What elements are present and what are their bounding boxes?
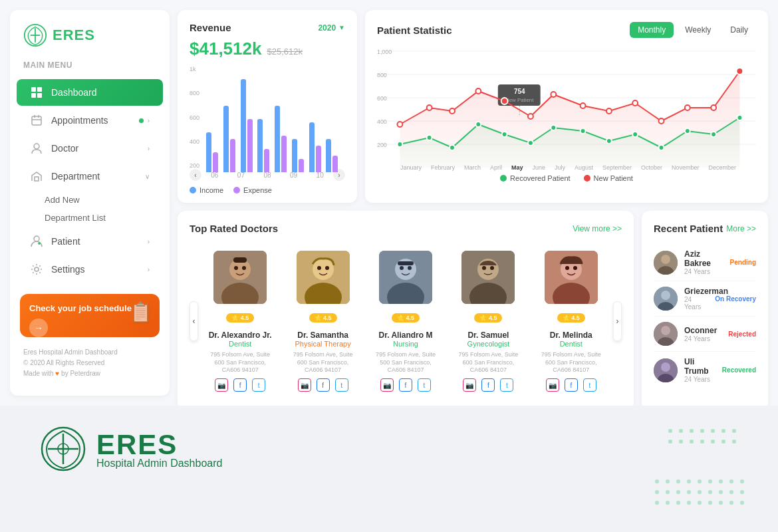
svg-point-110 <box>698 479 702 483</box>
recovered-label: Recovered Patient <box>510 174 571 182</box>
expense-label: Expense <box>243 186 272 194</box>
settings-icon <box>30 263 43 276</box>
recent-header: Recent Patient More >> <box>654 223 756 234</box>
svg-text:600: 600 <box>377 95 387 102</box>
sub-nav-dept-list[interactable]: Department List <box>45 209 170 227</box>
patient-stat-card: Patient Statistic Monthly Weekly Daily <box>365 10 768 203</box>
footer-logo-icon <box>40 426 86 472</box>
facebook-icon-5[interactable]: f <box>565 378 578 392</box>
tab-monthly[interactable]: Monthly <box>630 22 674 38</box>
doctors-next-btn[interactable]: › <box>613 301 622 341</box>
doctor-social-5: 📷 f t <box>537 378 606 392</box>
svg-point-23 <box>397 122 402 127</box>
bar-expense-1 <box>213 152 218 172</box>
svg-point-28 <box>528 114 533 119</box>
sidebar: ERES Main Menu Dashboard Appointments <box>10 10 170 396</box>
bar-group-3 <box>241 79 257 172</box>
facebook-icon-2[interactable]: f <box>317 378 330 392</box>
tab-weekly[interactable]: Weekly <box>677 22 719 38</box>
sidebar-item-dashboard[interactable]: Dashboard <box>17 79 163 106</box>
bar-group-8 <box>326 139 342 172</box>
twitter-icon-4[interactable]: t <box>500 378 513 392</box>
doctor-avatar-img-5 <box>545 251 598 304</box>
patient-age-1: 24 Years <box>684 268 723 275</box>
line-chart-container: 1,000 800 600 400 200 <box>377 45 756 168</box>
sub-nav-add-new[interactable]: Add New <box>45 191 170 209</box>
instagram-icon-5[interactable]: 📷 <box>546 378 559 392</box>
patient-avatar-img-4 <box>654 358 678 382</box>
svg-rect-56 <box>233 257 247 263</box>
check-job-button[interactable]: Check your job schedule → 📋 <box>20 294 160 337</box>
doctor-card-1: ⭐ 4.5 Dr. Alexandro Jr. Dentist 795 Fols… <box>202 244 278 398</box>
department-icon <box>30 170 43 183</box>
sidebar-item-settings[interactable]: Settings › <box>17 256 163 283</box>
svg-point-128 <box>698 501 702 505</box>
recent-more-link[interactable]: More >> <box>726 224 756 233</box>
expense-dot <box>233 187 240 194</box>
patient-avatar-4 <box>654 358 678 382</box>
svg-point-127 <box>687 501 691 505</box>
sidebar-item-patient[interactable]: Patient › <box>17 228 163 255</box>
twitter-icon-5[interactable]: t <box>583 378 596 392</box>
svg-point-114 <box>740 479 744 483</box>
view-more-link[interactable]: View more >> <box>573 224 622 233</box>
sidebar-item-appointments[interactable]: Appointments › <box>17 107 163 134</box>
svg-point-98 <box>732 429 736 433</box>
facebook-icon-3[interactable]: f <box>399 378 412 392</box>
doctors-prev-btn[interactable]: ‹ <box>190 301 198 341</box>
patient-item-3: Oconner 24 Years Rejected <box>654 317 756 352</box>
bar-expense-7 <box>316 146 321 172</box>
svg-point-120 <box>708 490 712 494</box>
svg-point-100 <box>679 440 683 444</box>
instagram-icon-4[interactable]: 📷 <box>463 378 476 392</box>
year-dropdown-icon: ▼ <box>338 24 345 31</box>
twitter-icon-1[interactable]: t <box>252 378 265 392</box>
instagram-icon-1[interactable]: 📷 <box>215 378 228 392</box>
twitter-icon-2[interactable]: t <box>335 378 348 392</box>
svg-point-131 <box>729 501 733 505</box>
svg-point-47 <box>659 145 664 150</box>
footer-line3: Made with ♥ by Peterdraw <box>23 368 156 379</box>
svg-point-39 <box>450 145 455 150</box>
svg-point-107 <box>666 479 670 483</box>
bar-income-8 <box>326 139 331 172</box>
main-content: Revenue 2020 ▼ $41,512k $25,612k 1k <box>178 10 768 396</box>
svg-point-36 <box>737 68 743 74</box>
svg-rect-4 <box>37 93 42 98</box>
facebook-icon-4[interactable]: f <box>481 378 495 392</box>
revenue-amount: $41,512k <box>190 39 261 59</box>
svg-point-82 <box>661 291 670 300</box>
twitter-icon-3[interactable]: t <box>418 378 431 392</box>
stat-header: Patient Statistic Monthly Weekly Daily <box>377 22 756 38</box>
instagram-icon-3[interactable]: 📷 <box>380 378 394 392</box>
bar-group-5 <box>275 106 291 172</box>
patient-info-4: Uli Trumb 24 Years <box>684 357 715 383</box>
svg-point-58 <box>313 259 334 280</box>
stat-title: Patient Statistic <box>377 25 452 36</box>
svg-text:400: 400 <box>377 118 387 125</box>
bar-income-2 <box>223 106 229 172</box>
doctor-avatar-5 <box>545 251 598 304</box>
svg-text:New Patient: New Patient <box>505 97 534 103</box>
sidebar-item-department[interactable]: Department ∨ <box>17 163 163 190</box>
chart-prev-arrow[interactable]: ‹ <box>190 169 201 181</box>
svg-point-88 <box>661 362 670 372</box>
svg-point-111 <box>708 479 712 483</box>
tab-daily[interactable]: Daily <box>722 22 756 38</box>
svg-point-25 <box>450 108 455 114</box>
revenue-header: Revenue 2020 ▼ <box>190 22 345 33</box>
revenue-title: Revenue <box>190 22 231 33</box>
svg-point-60 <box>317 266 321 270</box>
year-badge[interactable]: 2020 ▼ <box>318 23 345 33</box>
doctor-avatar-3 <box>379 251 432 304</box>
svg-text:1,000: 1,000 <box>377 49 392 55</box>
doctor-social-1: 📷 f t <box>205 378 275 392</box>
svg-text:800: 800 <box>377 72 387 78</box>
bar-income-6 <box>292 139 297 172</box>
doctor-specialty-4: Gynecologist <box>454 340 523 348</box>
patient-avatar-img-2 <box>654 287 678 311</box>
facebook-icon-1[interactable]: f <box>233 378 247 392</box>
instagram-icon-2[interactable]: 📷 <box>298 378 311 392</box>
appointments-badge <box>139 118 144 123</box>
sidebar-item-doctor[interactable]: Doctor › <box>17 135 163 162</box>
